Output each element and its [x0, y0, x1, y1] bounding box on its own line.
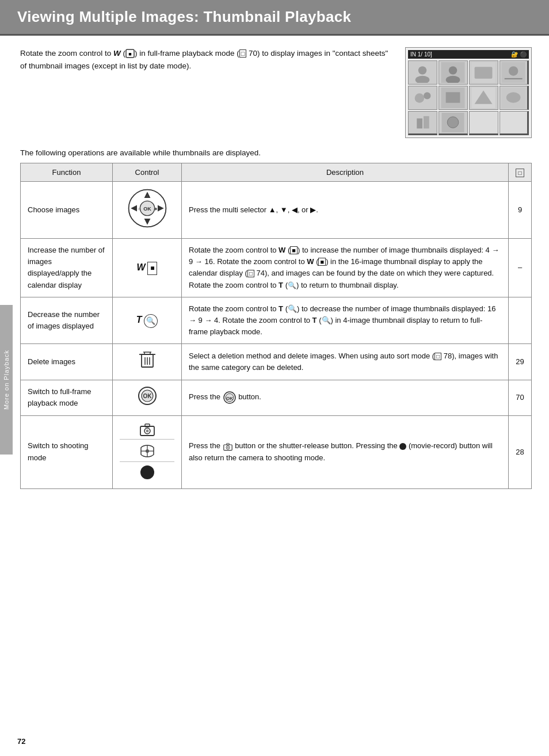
svg-rect-24	[424, 116, 429, 128]
svg-text:■: ■	[128, 51, 131, 57]
function-shooting-mode: Switch to shooting mode	[21, 415, 113, 488]
page-title: Viewing Multiple Images: Thumbnail Playb…	[17, 8, 351, 25]
page-number: 72	[17, 737, 25, 746]
svg-point-6	[449, 66, 457, 74]
thumb-header: IN 1/ 10] 🔐 ⚫	[408, 50, 529, 59]
col-header-function: Function	[21, 163, 113, 182]
thumb-cell	[469, 60, 498, 85]
svg-marker-29	[144, 219, 150, 225]
sidebar-label: More on Playback	[3, 350, 10, 410]
thumb-header-left: IN 1/ 10]	[410, 51, 432, 58]
ref-fullframe: 70	[509, 380, 532, 415]
svg-point-56	[146, 449, 149, 453]
thumb-cell	[408, 111, 437, 135]
ctrl-record	[120, 465, 174, 482]
table-row: Switch to shooting mode	[21, 415, 532, 488]
sidebar-tab: More on Playback	[0, 305, 13, 455]
thumb-cell	[500, 60, 529, 85]
multi-selector-icon: OK 4 ☼ ◆	[127, 188, 168, 229]
thumb-cell	[469, 86, 498, 110]
svg-point-21	[506, 92, 521, 103]
function-delete-images: Delete images	[21, 344, 113, 380]
thumb-cell	[408, 86, 437, 110]
function-choose-images: Choose images	[21, 182, 113, 239]
intro-text: Rotate the zoom control to W (■) in full…	[20, 47, 394, 72]
function-decrease-images: Decrease the number of images displayed	[21, 297, 113, 343]
svg-rect-17	[446, 92, 460, 103]
shooting-controls	[120, 422, 174, 483]
svg-point-14	[415, 93, 424, 102]
desc-fullframe: Press the OK button.	[182, 380, 509, 415]
content-area: Rotate the zoom control to W (■) in full…	[0, 36, 549, 501]
ref-choose-images: 9	[509, 182, 532, 239]
desc-shooting-mode: Press the button or the shutter-release …	[182, 415, 509, 488]
svg-marker-30	[131, 205, 137, 212]
control-trash	[113, 344, 182, 380]
table-row: Increase the number of images displayed/…	[21, 239, 532, 297]
desc-increase-images: Rotate the zoom control to W (■) to incr…	[182, 239, 509, 297]
control-zoom-t: T 🔍	[113, 297, 182, 343]
svg-text:OK: OK	[143, 393, 152, 399]
svg-rect-52	[145, 424, 150, 427]
thumb-cell	[469, 111, 498, 135]
desc-delete-images: Select a deletion method and delete imag…	[182, 344, 509, 380]
svg-text:◆: ◆	[154, 206, 157, 211]
function-increase-images: Increase the number of images displayed/…	[21, 239, 113, 297]
ref-delete-images: 29	[509, 344, 532, 380]
thumbnail-display: IN 1/ 10] 🔐 ⚫	[405, 47, 532, 138]
svg-point-15	[424, 92, 431, 99]
svg-point-26	[448, 117, 459, 128]
thumb-grid	[408, 60, 529, 135]
control-multi-selector: OK 4 ☼ ◆	[113, 182, 182, 239]
movie-icon	[139, 443, 156, 459]
ref-decrease-images	[509, 297, 532, 343]
record-button-icon	[140, 465, 154, 479]
table-header-row: Function Control Description □	[21, 163, 532, 182]
thumb-cell	[439, 111, 468, 135]
control-ok-button: OK	[113, 380, 182, 415]
function-fullframe: Switch to full-frame playback mode	[21, 380, 113, 415]
svg-text:☼: ☼	[137, 206, 141, 211]
ref-increase-images: –	[509, 239, 532, 297]
desc-decrease-images: Rotate the zoom control to T (🔍) to decr…	[182, 297, 509, 343]
zoom-w-icon: ■	[147, 262, 157, 275]
thumb-cell	[408, 60, 437, 85]
table-row: Decrease the number of images displayed …	[21, 297, 532, 343]
thumb-cell	[439, 60, 468, 85]
ok-button-icon: OK	[138, 386, 157, 406]
trash-icon	[139, 356, 155, 371]
page: More on Playback Viewing Multiple Images…	[0, 0, 549, 756]
thumb-cell	[500, 111, 529, 135]
desc-choose-images: Press the multi selector ▲, ▼, ◀, or ▶.	[182, 182, 509, 239]
zoom-t-icon: 🔍	[144, 314, 158, 328]
col-header-description: Description	[182, 163, 509, 182]
camera-icon	[139, 422, 156, 437]
svg-rect-9	[475, 67, 493, 79]
thumb-cell	[439, 86, 468, 110]
svg-point-60	[227, 446, 228, 448]
svg-point-54	[146, 429, 148, 432]
zoom-t-label: T	[136, 315, 142, 324]
ref-shooting-mode: 28	[509, 415, 532, 488]
col-header-ref: □	[509, 163, 532, 182]
svg-text:OK: OK	[226, 396, 233, 401]
svg-text:OK: OK	[143, 206, 151, 212]
table-row: Delete images	[21, 344, 532, 380]
table-row: Switch to full-frame playback mode OK Pr…	[21, 380, 532, 415]
table-row: Choose images	[21, 182, 532, 239]
svg-rect-39	[144, 352, 150, 354]
control-zoom-w: W ■	[113, 239, 182, 297]
ctrl-camera	[120, 422, 174, 440]
svg-point-11	[509, 66, 518, 75]
main-table: Function Control Description □ Choose im…	[20, 163, 532, 489]
page-header: Viewing Multiple Images: Thumbnail Playb…	[0, 0, 549, 36]
svg-rect-23	[417, 119, 423, 129]
thumb-header-right: 🔐 ⚫	[511, 51, 527, 58]
svg-point-3	[418, 66, 426, 74]
svg-text:4: 4	[146, 193, 148, 198]
ops-text: The following operations are available w…	[20, 148, 532, 157]
svg-marker-31	[158, 205, 164, 212]
zoom-w-label: W	[137, 262, 146, 272]
thumb-cell	[500, 86, 529, 110]
ctrl-movie	[120, 443, 174, 462]
